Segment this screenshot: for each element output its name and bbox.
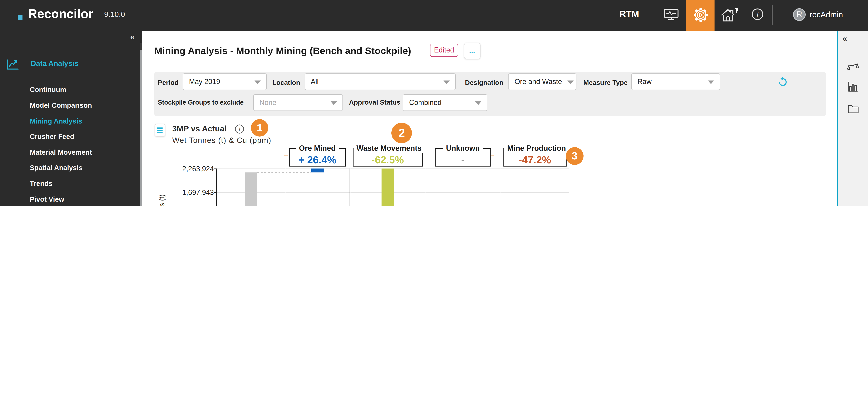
svg-text:i: i: [239, 126, 240, 132]
svg-text:i: i: [757, 11, 758, 18]
